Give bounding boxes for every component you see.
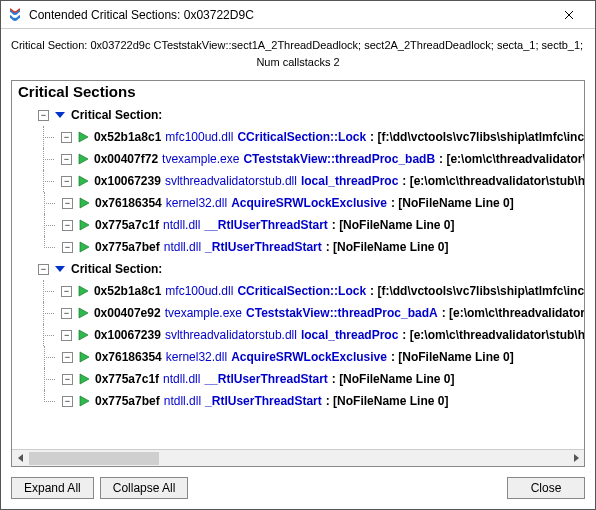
play-icon	[77, 196, 91, 210]
tree-connector	[37, 280, 61, 302]
frame-address: 0x775a7c1f	[95, 372, 159, 386]
collapse-box-icon[interactable]: −	[61, 286, 72, 297]
window-title: Contended Critical Sections: 0x03722D9C	[29, 8, 549, 22]
frame-function: __RtlUserThreadStart	[204, 372, 327, 386]
tree-panel: Critical Sections −Critical Section:−0x5…	[11, 80, 585, 467]
stack-frame-row[interactable]: −0x76186354 kernel32.dll AcquireSRWLockE…	[12, 192, 584, 214]
stack-frame-row[interactable]: −0x775a7bef ntdll.dll _RtlUserThreadStar…	[12, 390, 584, 412]
frame-address: 0x00407e92	[94, 306, 161, 320]
collapse-box-icon[interactable]: −	[61, 330, 72, 341]
callstack-tree[interactable]: −Critical Section:−0x52b1a8c1 mfc100ud.d…	[12, 102, 584, 449]
frame-module: ntdll.dll	[164, 240, 201, 254]
collapse-box-icon[interactable]: −	[61, 132, 72, 143]
frame-label: 0x775a7bef ntdll.dll _RtlUserThreadStart…	[95, 240, 448, 254]
frame-function: _RtlUserThreadStart	[205, 394, 322, 408]
frame-source: : [NoFileName Line 0]	[332, 372, 455, 386]
collapse-box-icon[interactable]: −	[61, 154, 72, 165]
frame-label: 0x76186354 kernel32.dll AcquireSRWLockEx…	[95, 196, 514, 210]
frame-function: local_threadProc	[301, 174, 398, 188]
tree-connector	[38, 346, 62, 368]
tree-section-header[interactable]: −Critical Section:	[12, 258, 584, 280]
play-icon	[76, 152, 90, 166]
collapse-box-icon[interactable]: −	[61, 176, 72, 187]
tree-connector	[37, 324, 61, 346]
frame-module: ntdll.dll	[164, 394, 201, 408]
frame-label: 0x00407e92 tvexample.exe CTeststakView::…	[94, 306, 584, 320]
header-info: Critical Section: 0x03722d9c CTeststakVi…	[1, 29, 595, 74]
play-icon	[76, 306, 90, 320]
stack-frame-row[interactable]: −0x775a7bef ntdll.dll _RtlUserThreadStar…	[12, 236, 584, 258]
scroll-thumb[interactable]	[29, 452, 159, 465]
stack-frame-row[interactable]: −0x76186354 kernel32.dll AcquireSRWLockE…	[12, 346, 584, 368]
button-bar: Expand All Collapse All Close	[1, 471, 595, 509]
frame-address: 0x76186354	[95, 350, 162, 364]
scroll-left-arrow[interactable]	[12, 450, 29, 467]
collapse-box-icon[interactable]: −	[62, 396, 73, 407]
frame-function: CCriticalSection::Lock	[237, 284, 366, 298]
titlebar: Contended Critical Sections: 0x03722D9C	[1, 1, 595, 29]
frame-module: ntdll.dll	[163, 218, 200, 232]
expand-all-button[interactable]: Expand All	[11, 477, 94, 499]
tree-connector	[37, 170, 61, 192]
stack-frame-row[interactable]: −0x775a7c1f ntdll.dll __RtlUserThreadSta…	[12, 214, 584, 236]
stack-frame-row[interactable]: −0x52b1a8c1 mfc100ud.dll CCriticalSectio…	[12, 126, 584, 148]
play-icon	[77, 394, 91, 408]
close-icon	[564, 10, 574, 20]
tree-connector	[37, 126, 61, 148]
frame-address: 0x775a7bef	[95, 394, 160, 408]
frame-address: 0x52b1a8c1	[94, 284, 161, 298]
collapse-box-icon[interactable]: −	[62, 198, 73, 209]
scroll-right-arrow[interactable]	[567, 450, 584, 467]
close-button[interactable]	[549, 1, 589, 28]
frame-function: CTeststakView::threadProc_badA	[246, 306, 438, 320]
frame-function: AcquireSRWLockExclusive	[231, 196, 387, 210]
frame-module: ntdll.dll	[163, 372, 200, 386]
frame-address: 0x00407f72	[94, 152, 158, 166]
frame-address: 0x10067239	[94, 328, 161, 342]
collapse-box-icon[interactable]: −	[62, 242, 73, 253]
frame-source: : [e:\om\c\threadvalidator\stub\hand	[402, 328, 584, 342]
frame-module: kernel32.dll	[166, 350, 227, 364]
section-label: Critical Section:	[71, 262, 162, 276]
frame-source: : [e:\om\c\threadvalidator\tvex	[439, 152, 584, 166]
frame-module: tvexample.exe	[162, 152, 239, 166]
stack-frame-row[interactable]: −0x00407f72 tvexample.exe CTeststakView:…	[12, 148, 584, 170]
chevron-down-icon	[53, 262, 67, 276]
play-icon	[77, 240, 91, 254]
frame-source: : [NoFileName Line 0]	[326, 394, 449, 408]
play-icon	[77, 218, 91, 232]
play-icon	[76, 130, 90, 144]
close-dialog-button[interactable]: Close	[507, 477, 585, 499]
tree-connector	[38, 192, 62, 214]
tree-section-header[interactable]: −Critical Section:	[12, 104, 584, 126]
collapse-box-icon[interactable]: −	[62, 220, 73, 231]
horizontal-scrollbar[interactable]	[12, 449, 584, 466]
frame-function: local_threadProc	[301, 328, 398, 342]
frame-source: : [NoFileName Line 0]	[332, 218, 455, 232]
stack-frame-row[interactable]: −0x775a7c1f ntdll.dll __RtlUserThreadSta…	[12, 368, 584, 390]
frame-module: mfc100ud.dll	[165, 130, 233, 144]
stack-frame-row[interactable]: −0x52b1a8c1 mfc100ud.dll CCriticalSectio…	[12, 280, 584, 302]
collapse-box-icon[interactable]: −	[61, 308, 72, 319]
collapse-box-icon[interactable]: −	[62, 374, 73, 385]
stack-frame-row[interactable]: −0x10067239 svlthreadvalidatorstub.dll l…	[12, 170, 584, 192]
stack-frame-row[interactable]: −0x10067239 svlthreadvalidatorstub.dll l…	[12, 324, 584, 346]
frame-function: __RtlUserThreadStart	[204, 218, 327, 232]
frame-module: mfc100ud.dll	[165, 284, 233, 298]
play-icon	[77, 350, 91, 364]
frame-label: 0x52b1a8c1 mfc100ud.dll CCriticalSection…	[94, 130, 584, 144]
frame-function: CTeststakView::threadProc_badB	[243, 152, 435, 166]
frame-address: 0x76186354	[95, 196, 162, 210]
scroll-track[interactable]	[29, 450, 567, 466]
header-line1: Critical Section: 0x03722d9c CTeststakVi…	[11, 37, 585, 54]
stack-frame-row[interactable]: −0x00407e92 tvexample.exe CTeststakView:…	[12, 302, 584, 324]
collapse-box-icon[interactable]: −	[38, 264, 49, 275]
frame-source: : [NoFileName Line 0]	[326, 240, 449, 254]
panel-title: Critical Sections	[12, 81, 584, 102]
collapse-box-icon[interactable]: −	[38, 110, 49, 121]
collapse-box-icon[interactable]: −	[62, 352, 73, 363]
collapse-all-button[interactable]: Collapse All	[100, 477, 189, 499]
frame-label: 0x52b1a8c1 mfc100ud.dll CCriticalSection…	[94, 284, 584, 298]
frame-label: 0x76186354 kernel32.dll AcquireSRWLockEx…	[95, 350, 514, 364]
frame-function: _RtlUserThreadStart	[205, 240, 322, 254]
